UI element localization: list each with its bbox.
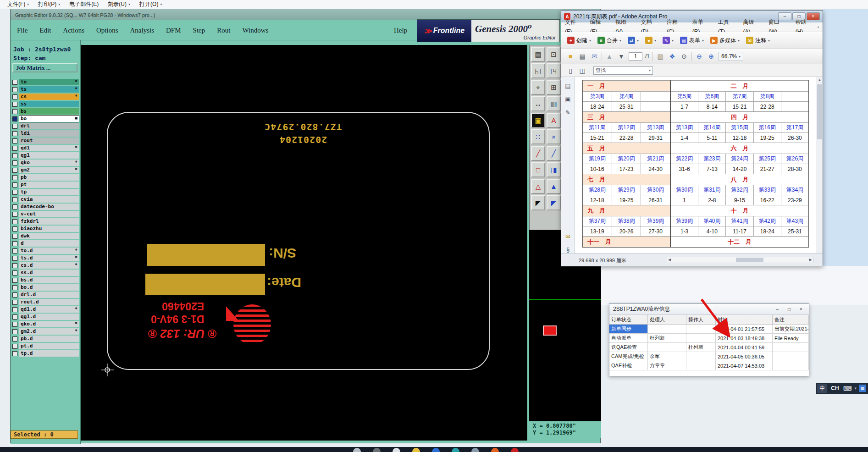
layer-visibility-checkbox[interactable] — [12, 241, 17, 246]
language-options-caret[interactable]: ▾ — [853, 386, 858, 391]
calendar-week-cell[interactable]: 第39周 — [641, 216, 670, 226]
calendar-week-cell[interactable]: 第39周 — [671, 216, 698, 226]
notes-tool-icon[interactable]: ▥ — [547, 96, 561, 111]
delete-tool-icon[interactable]: × — [547, 129, 561, 144]
explorer-menu-item[interactable]: 打印(P)▾ — [35, 0, 66, 9]
calendar-date-cell[interactable]: 26-30 — [781, 132, 808, 143]
calendar-week-cell[interactable]: 第42周 — [753, 216, 781, 226]
explorer-menu-item[interactable]: 电子邮件(E) — [66, 0, 105, 9]
calendar-week-cell[interactable]: 第13周 — [671, 122, 698, 132]
flow-cell[interactable]: 2021-04-04 00:41:59 — [716, 343, 773, 352]
secure-button[interactable]: ●▾ — [643, 35, 658, 45]
layer-name[interactable]: datecode-bo — [19, 204, 79, 210]
calendar-date-cell[interactable]: 11-17 — [725, 226, 753, 236]
zoom-in-icon[interactable]: ⊕ — [707, 51, 716, 61]
forms-button[interactable]: ▤表单▾ — [678, 35, 706, 46]
red-selection-icon[interactable] — [543, 325, 557, 336]
attachments-panel-icon[interactable]: § — [566, 246, 569, 253]
calendar-week-cell[interactable]: 第43周 — [781, 216, 808, 226]
page-width-view-icon[interactable]: ◫ — [578, 66, 587, 76]
layer-name[interactable]: qg1 — [19, 152, 79, 159]
flow-cell[interactable] — [648, 325, 686, 334]
flow-cell[interactable]: 杜列新 — [686, 343, 716, 352]
hand-tool-icon[interactable]: ❖ — [668, 51, 677, 61]
layer-name[interactable]: fzkdrl — [19, 218, 79, 225]
language-indicator[interactable]: CH — [828, 385, 841, 391]
layer-visibility-checkbox[interactable] — [12, 329, 17, 334]
calendar-week-cell[interactable]: 第29周 — [612, 185, 641, 195]
layer-name[interactable]: cs* — [19, 94, 79, 100]
worksheet-icon[interactable]: ▤ — [531, 47, 545, 62]
calendar-week-cell[interactable]: 第17周 — [781, 122, 808, 132]
layer-name[interactable]: gm2.d* — [19, 328, 79, 335]
calendar-date-cell[interactable]: 7-13 — [698, 164, 725, 174]
calendar-week-cell[interactable]: 第38周 — [612, 216, 641, 226]
calendar-date-cell[interactable]: 14-20 — [725, 164, 753, 174]
layer-name[interactable]: biaozhu — [19, 226, 79, 232]
crosshair-tool-icon[interactable]: ⌖ — [531, 80, 545, 95]
layer-visibility-checkbox[interactable] — [12, 292, 17, 298]
calendar-date-cell[interactable]: 2-8 — [698, 195, 725, 205]
display-icon[interactable]: ⊡ — [547, 47, 561, 62]
rect-red-tool-icon[interactable]: □ — [531, 162, 545, 177]
layer-name[interactable]: drl.d — [19, 292, 79, 298]
points-tool-icon[interactable]: ∷ — [531, 129, 545, 144]
multimedia-button[interactable]: ▶多媒体▾ — [708, 35, 742, 46]
calendar-date-cell[interactable]: 1-7 — [671, 101, 698, 111]
pan-window-icon[interactable]: ◱ — [531, 63, 545, 78]
calendar-week-cell[interactable]: 第41周 — [725, 216, 753, 226]
explorer-menu-item[interactable]: 文件(F)▾ — [5, 0, 35, 9]
taskbar-icon[interactable] — [432, 448, 440, 452]
flow-cell[interactable] — [773, 352, 809, 361]
calendar-date-cell[interactable]: 18-24 — [583, 101, 612, 111]
layer-visibility-checkbox[interactable] — [12, 314, 17, 320]
calendar-date-cell[interactable]: 18-24 — [753, 226, 781, 236]
cursor-tool-icon[interactable]: ◤ — [531, 195, 545, 210]
flow-cell[interactable]: 2021-04-05 00:36:05 — [716, 352, 773, 361]
create-button[interactable]: +创建▾ — [565, 35, 593, 46]
sign-button[interactable]: ✎▾ — [660, 35, 676, 45]
measure-tool-icon[interactable]: ↔ — [531, 96, 545, 111]
calendar-date-cell[interactable] — [641, 101, 670, 111]
zoom-out-icon[interactable]: ⊖ — [695, 51, 704, 61]
calendar-date-cell[interactable]: 15-21 — [725, 101, 753, 111]
calendar-date-cell[interactable]: 12-18 — [725, 132, 753, 143]
calendar-date-cell[interactable]: 16-22 — [753, 195, 781, 205]
rect-blue-tool-icon[interactable]: ◨ — [547, 162, 561, 177]
calendar-week-cell[interactable]: 第8周 — [753, 91, 781, 101]
calendar-week-cell[interactable]: 第31周 — [698, 185, 725, 195]
layer-name[interactable]: qko* — [19, 160, 79, 166]
calendar-date-cell[interactable]: 1-3 — [671, 226, 698, 236]
flow-cell[interactable] — [773, 343, 809, 352]
flow-cell[interactable]: 2021-04-07 14:53:03 — [716, 361, 773, 370]
layer-name[interactable]: gm2* — [19, 167, 79, 173]
layer-visibility-checkbox[interactable] — [12, 80, 17, 85]
calendar-date-cell[interactable]: 31-6 — [671, 164, 698, 174]
flow-cell[interactable]: 送QAE检查 — [609, 343, 648, 352]
vertical-scrollbar[interactable]: ▲ — [816, 77, 823, 253]
layer-name[interactable]: to.d* — [19, 248, 79, 254]
calendar-week-cell[interactable]: 第40周 — [698, 216, 725, 226]
calendar-week-cell[interactable]: 第19周 — [583, 154, 612, 164]
calendar-week-cell[interactable]: 第13周 — [641, 122, 670, 132]
calendar-week-cell[interactable]: 第5周 — [671, 91, 698, 101]
layer-name[interactable]: pb — [19, 174, 79, 181]
calendar-week-cell[interactable]: 第3周 — [583, 91, 612, 101]
calendar-week-cell[interactable]: 第12周 — [612, 122, 641, 132]
layer-visibility-checkbox[interactable] — [12, 212, 17, 217]
comment-button[interactable]: ✉注释▾ — [744, 35, 772, 46]
taskbar-icon[interactable] — [452, 448, 459, 452]
layer-name[interactable]: ts* — [19, 86, 79, 93]
layer-visibility-checkbox[interactable] — [12, 124, 17, 129]
flow-cell[interactable]: QAE补检 — [609, 361, 648, 370]
page-thumbnails-icon[interactable]: ▤ — [565, 83, 570, 89]
scroll-up-icon[interactable]: ▲ — [816, 77, 823, 83]
layer-visibility-checkbox[interactable] — [12, 278, 17, 283]
calendar-date-cell[interactable]: 19-25 — [753, 132, 781, 143]
menu-rout[interactable]: Rout — [217, 27, 230, 34]
triangle-blue-tool-icon[interactable]: ▲ — [547, 179, 561, 194]
layer-name[interactable]: tp.d — [19, 350, 79, 357]
taskbar-icon[interactable] — [511, 448, 519, 452]
calendar-date-cell[interactable]: 1-4 — [671, 132, 698, 143]
layer-name[interactable]: ss.d — [19, 270, 79, 276]
